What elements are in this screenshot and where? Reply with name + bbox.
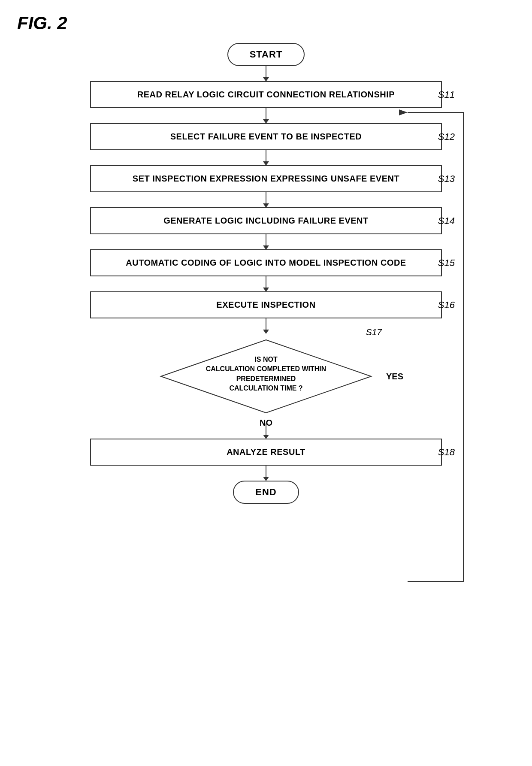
step-label-s14: S14	[438, 215, 455, 227]
process-s18: ANALYZE RESULT	[90, 439, 442, 466]
process-s15: AUTOMATIC CODING OF LOGIC INTO MODEL INS…	[90, 249, 442, 276]
diamond-text-s17: IS NOTCALCULATION COMPLETED WITHIN PREDE…	[184, 351, 348, 394]
diamond-shape-s17: IS NOTCALCULATION COMPLETED WITHIN PREDE…	[159, 338, 373, 415]
step-label-s16: S16	[438, 300, 455, 311]
arrow-s14-s15	[266, 234, 266, 249]
arrow-s13-s14	[266, 192, 266, 207]
end-terminal: END	[233, 481, 299, 504]
step-row-s16: EXECUTE INSPECTION S16	[73, 291, 459, 318]
step-row-s11: READ RELAY LOGIC CIRCUIT CONNECTION RELA…	[73, 81, 459, 108]
step-label-s12: S12	[438, 131, 455, 142]
arrow-start-s11	[266, 66, 266, 81]
flowchart: START READ RELAY LOGIC CIRCUIT CONNECTIO…	[73, 43, 459, 504]
step-row-s12: SELECT FAILURE EVENT TO BE INSPECTED S12	[73, 123, 459, 150]
start-terminal: START	[227, 43, 305, 66]
arrow-s17-s18	[266, 424, 266, 439]
process-s12: SELECT FAILURE EVENT TO BE INSPECTED	[90, 123, 442, 150]
step-row-s18: ANALYZE RESULT S18	[73, 439, 459, 466]
step-row-s14: GENERATE LOGIC INCLUDING FAILURE EVENT S…	[73, 207, 459, 234]
arrow-s18-end	[266, 466, 266, 481]
step-row-s15: AUTOMATIC CODING OF LOGIC INTO MODEL INS…	[73, 249, 459, 276]
process-s13: SET INSPECTION EXPRESSION EXPRESSING UNS…	[90, 165, 442, 192]
arrow-s16-s17	[266, 318, 266, 333]
step-label-s15: S15	[438, 257, 455, 269]
step-label-s13: S13	[438, 173, 455, 185]
arrow-s12-s13	[266, 150, 266, 165]
yes-label: YES	[386, 372, 403, 381]
process-s16: EXECUTE INSPECTION	[90, 291, 442, 318]
arrow-s15-s16	[266, 276, 266, 291]
process-s11: READ RELAY LOGIC CIRCUIT CONNECTION RELA…	[90, 81, 442, 108]
arrow-s11-s12	[266, 108, 266, 123]
process-s14: GENERATE LOGIC INCLUDING FAILURE EVENT	[90, 207, 442, 234]
step-label-s18: S18	[438, 447, 455, 458]
step-label-s11: S11	[438, 89, 455, 100]
step-label-s17: S17	[366, 327, 382, 337]
diamond-wrapper-s17: IS NOTCALCULATION COMPLETED WITHIN PREDE…	[73, 333, 459, 419]
step-row-s13: SET INSPECTION EXPRESSION EXPRESSING UNS…	[73, 165, 459, 192]
page-title: FIG. 2	[17, 13, 67, 33]
